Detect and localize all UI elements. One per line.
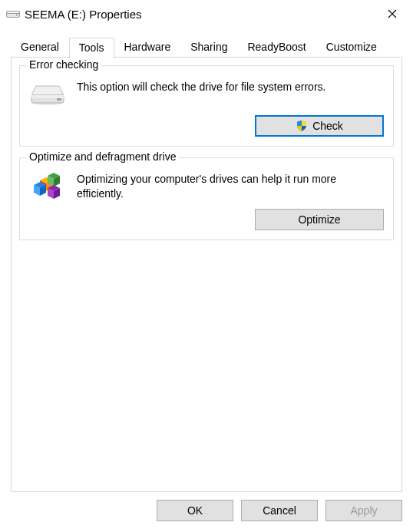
groupbox-optimize: Optimize and defragment drive bbox=[19, 157, 394, 240]
svg-rect-7 bbox=[31, 95, 64, 98]
groupbox-error-checking: Error checking This option will check th… bbox=[19, 65, 394, 147]
groupbox-title: Optimize and defragment drive bbox=[26, 150, 179, 163]
tab-strip: General Tools Hardware Sharing ReadyBoos… bbox=[0, 28, 413, 58]
tab-tools[interactable]: Tools bbox=[69, 38, 114, 58]
tab-page-tools: Error checking This option will check th… bbox=[11, 58, 402, 492]
optimize-button-label: Optimize bbox=[298, 213, 340, 226]
title-bar: SEEMA (E:) Properties bbox=[0, 0, 413, 28]
check-button-label: Check bbox=[312, 120, 343, 132]
tab-customize[interactable]: Customize bbox=[316, 37, 387, 58]
drive-icon bbox=[29, 80, 66, 107]
defrag-blocks-icon bbox=[29, 172, 66, 200]
tab-readyboost[interactable]: ReadyBoost bbox=[237, 37, 316, 58]
ok-button[interactable]: OK bbox=[157, 500, 233, 521]
drive-icon bbox=[6, 8, 20, 21]
uac-shield-icon bbox=[296, 120, 308, 132]
tab-hardware[interactable]: Hardware bbox=[114, 37, 181, 58]
cancel-button[interactable]: Cancel bbox=[241, 500, 318, 521]
close-icon bbox=[388, 9, 397, 18]
dialog-button-row: OK Cancel Apply bbox=[157, 500, 402, 521]
optimize-button[interactable]: Optimize bbox=[255, 209, 384, 230]
check-button[interactable]: Check bbox=[255, 115, 384, 137]
svg-point-2 bbox=[16, 14, 18, 15]
groupbox-title: Error checking bbox=[26, 58, 101, 71]
svg-rect-8 bbox=[57, 98, 61, 101]
tab-sharing[interactable]: Sharing bbox=[180, 37, 237, 58]
error-checking-description: This option will check the drive for fil… bbox=[77, 80, 384, 94]
svg-rect-1 bbox=[7, 11, 20, 13]
optimize-description: Optimizing your computer's drives can he… bbox=[77, 172, 384, 201]
tab-general[interactable]: General bbox=[11, 37, 69, 58]
close-button[interactable] bbox=[375, 2, 410, 26]
apply-button[interactable]: Apply bbox=[325, 500, 402, 521]
window-title: SEEMA (E:) Properties bbox=[25, 8, 142, 21]
